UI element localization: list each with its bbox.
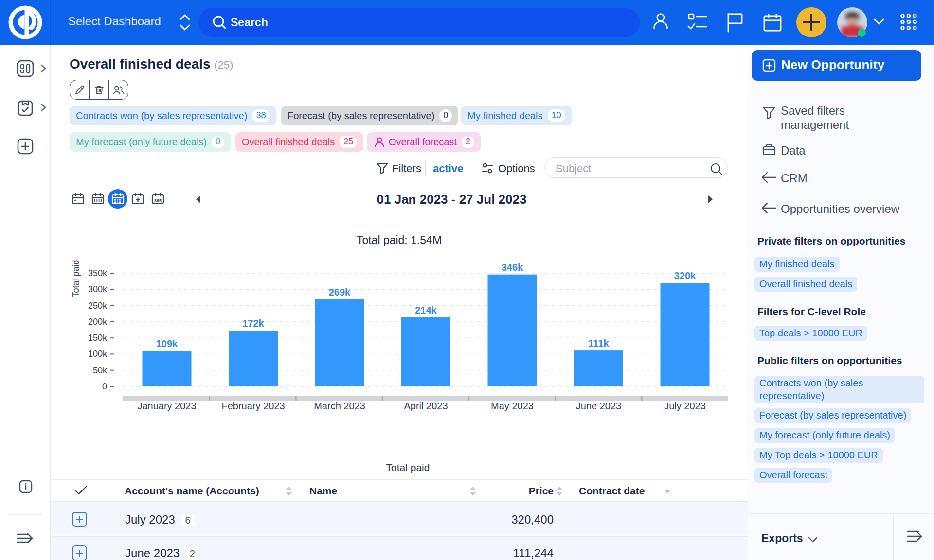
svg-text:April 2023: April 2023 (404, 401, 448, 411)
svg-text:February 2023: February 2023 (221, 401, 285, 411)
svg-text:350k: 350k (88, 268, 108, 278)
svg-text:May 2023: May 2023 (491, 401, 534, 411)
svg-text:250k: 250k (88, 301, 108, 311)
svg-text:July 2023: July 2023 (664, 401, 706, 411)
svg-text:January 2023: January 2023 (137, 401, 196, 411)
svg-text:172k: 172k (242, 318, 264, 329)
svg-text:50k: 50k (93, 366, 108, 375)
svg-text:0: 0 (102, 382, 107, 391)
svg-text:200k: 200k (88, 317, 108, 327)
svg-text:100k: 100k (88, 349, 108, 359)
svg-text:Total paid: Total paid (71, 260, 81, 297)
svg-text:300k: 300k (88, 284, 108, 294)
svg-text:March 2023: March 2023 (314, 401, 365, 411)
svg-text:150k: 150k (88, 333, 108, 343)
svg-text:June 2023: June 2023 (576, 401, 621, 411)
svg-text:269k: 269k (329, 287, 351, 298)
svg-text:111k: 111k (588, 338, 609, 349)
svg-text:109k: 109k (156, 338, 178, 349)
svg-text:214k: 214k (415, 305, 437, 315)
svg-text:320k: 320k (674, 270, 696, 281)
svg-text:346k: 346k (502, 262, 523, 273)
